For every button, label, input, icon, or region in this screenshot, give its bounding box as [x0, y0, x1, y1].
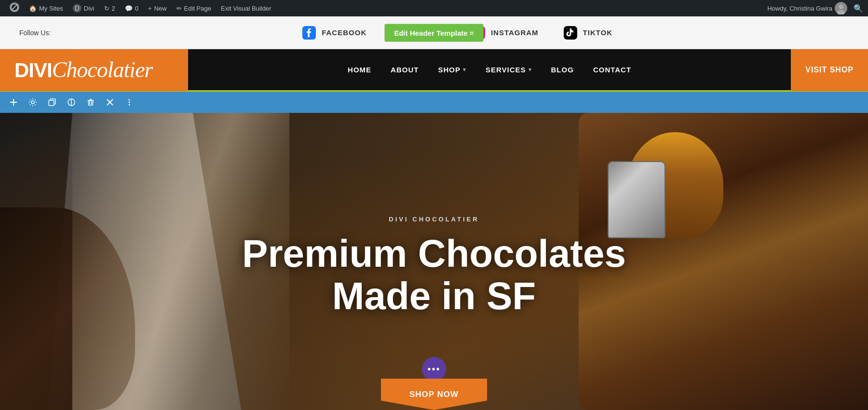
builder-toolbar [0, 92, 868, 113]
disable-button[interactable] [64, 95, 79, 110]
svg-point-12 [31, 101, 34, 104]
edit-header-template-button[interactable]: Edit Header Template = [384, 24, 483, 41]
updates-count: 2 [112, 5, 115, 12]
follow-us-label: Follow Us: [19, 29, 51, 37]
logo: DIVIChocolatier [14, 57, 152, 82]
admin-bar: 🏠 My Sites D Divi ↻ 2 💬 0 + New ✏ Edit P… [0, 0, 868, 16]
page-wrapper: 🏠 My Sites D Divi ↻ 2 💬 0 + New ✏ Edit P… [0, 0, 868, 410]
nav-contact[interactable]: CONTACT [593, 66, 631, 74]
new-icon: + [148, 5, 152, 12]
edit-page-label: Edit Page [184, 5, 211, 12]
wp-logo-item[interactable] [5, 0, 24, 16]
nav-services[interactable]: SERVICES ▾ [486, 66, 532, 74]
svg-point-2 [837, 10, 845, 14]
hero-title: Premium Chocolates Made in SF [242, 232, 626, 317]
top-bar: Follow Us: FACEBOOK TWITTER [0, 16, 868, 49]
clone-button[interactable] [44, 95, 60, 110]
social-tiktok[interactable]: TIKTOK [563, 25, 613, 41]
social-facebook[interactable]: FACEBOOK [301, 25, 366, 41]
new-item[interactable]: + New [143, 0, 172, 16]
svg-point-20 [129, 104, 130, 106]
tiktok-label: TIKTOK [583, 28, 613, 37]
divi-label: Divi [84, 5, 95, 12]
logo-text-part1: DIVI [14, 59, 52, 82]
main-header: DIVIChocolatier HOME ABOUT SHOP ▾ SERVIC… [0, 49, 868, 92]
nav-area: HOME ABOUT SHOP ▾ SERVICES ▾ BLOG CONTAC… [188, 66, 791, 74]
my-sites-item[interactable]: 🏠 My Sites [24, 0, 68, 16]
logo-area[interactable]: DIVIChocolatier [0, 49, 188, 91]
home-icon: 🏠 [29, 5, 37, 12]
edit-icon: ✏ [176, 5, 182, 12]
hero-section: DIVI CHOCOLATIER Premium Chocolates Made… [0, 113, 868, 410]
search-icon[interactable]: 🔍 [854, 4, 863, 13]
exit-vb-label: Exit Visual Builder [221, 5, 271, 12]
nav-shop[interactable]: SHOP ▾ [438, 66, 466, 74]
divi-item[interactable]: D Divi [68, 0, 99, 16]
nav-about[interactable]: ABOUT [391, 66, 419, 74]
instagram-label: INSTAGRAM [491, 28, 539, 37]
tiktok-icon [563, 25, 578, 41]
comments-item[interactable]: 💬 0 [120, 0, 143, 16]
logo-text-part2: Chocolatier [52, 57, 153, 82]
visit-shop-button[interactable]: VISIT SHOP [791, 49, 868, 91]
settings-button[interactable] [25, 95, 41, 110]
more-options-button[interactable] [122, 95, 137, 110]
nav-blog[interactable]: BLOG [551, 66, 574, 74]
svg-point-19 [129, 102, 130, 103]
updates-icon: ↻ [104, 5, 109, 12]
svg-point-1 [839, 4, 843, 9]
services-dropdown-icon: ▾ [529, 67, 532, 73]
shop-dropdown-icon: ▾ [463, 67, 466, 73]
facebook-label: FACEBOOK [322, 28, 366, 37]
comments-icon: 💬 [125, 5, 133, 12]
add-module-button[interactable] [6, 95, 21, 110]
updates-item[interactable]: ↻ 2 [99, 0, 120, 16]
divi-icon: D [73, 4, 81, 13]
nav-home[interactable]: HOME [348, 66, 371, 74]
close-button[interactable] [102, 95, 118, 110]
delete-button[interactable] [83, 95, 98, 110]
wp-logo-icon [10, 2, 19, 14]
hero-dots-button[interactable]: ••• [422, 357, 446, 381]
svg-rect-13 [49, 100, 54, 106]
edit-page-item[interactable]: ✏ Edit Page [172, 0, 216, 16]
facebook-icon [301, 25, 317, 41]
admin-bar-right: Howdy, Christina Gwira 🔍 [767, 2, 863, 14]
exit-vb-item[interactable]: Exit Visual Builder [216, 0, 276, 16]
avatar[interactable] [835, 2, 847, 14]
hero-subtitle: DIVI CHOCOLATIER [389, 216, 479, 223]
comments-count: 0 [135, 5, 138, 12]
user-greeting: Howdy, Christina Gwira [767, 5, 832, 12]
my-sites-label: My Sites [39, 5, 63, 12]
new-label: New [154, 5, 167, 12]
svg-point-18 [129, 99, 130, 101]
